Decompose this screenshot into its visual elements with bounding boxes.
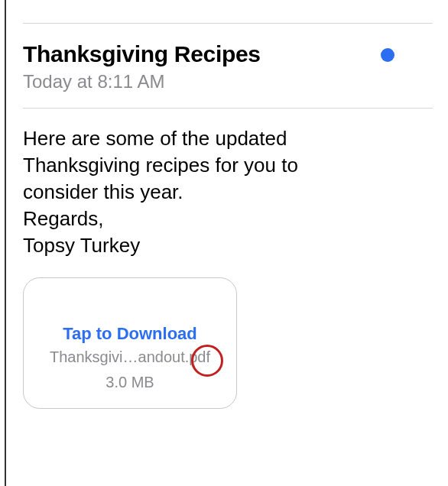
body-line: consider this year. [23, 179, 433, 206]
email-content: Thanksgiving Recipes Today at 8:11 AM He… [0, 23, 448, 409]
download-action-label: Tap to Download [37, 324, 222, 344]
attachment-filesize: 3.0 MB [37, 374, 222, 391]
body-line: Here are some of the updated [23, 125, 433, 152]
body-line: Thanksgiving recipes for you to [23, 152, 433, 179]
body-line: Regards, [23, 206, 433, 232]
attachment-card[interactable]: Tap to Download Thanksgivi…andout.pdf 3.… [23, 277, 237, 409]
unread-indicator-dot [381, 48, 394, 62]
email-header: Thanksgiving Recipes Today at 8:11 AM [23, 24, 433, 108]
email-subject: Thanksgiving Recipes [23, 40, 433, 68]
left-edge-divider [5, 0, 6, 486]
email-timestamp: Today at 8:11 AM [23, 71, 433, 92]
attachment-filename: Thanksgivi…andout.pdf [37, 348, 222, 366]
body-line: Topsy Turkey [23, 232, 433, 259]
email-body: Here are some of the updated Thanksgivin… [23, 109, 433, 259]
